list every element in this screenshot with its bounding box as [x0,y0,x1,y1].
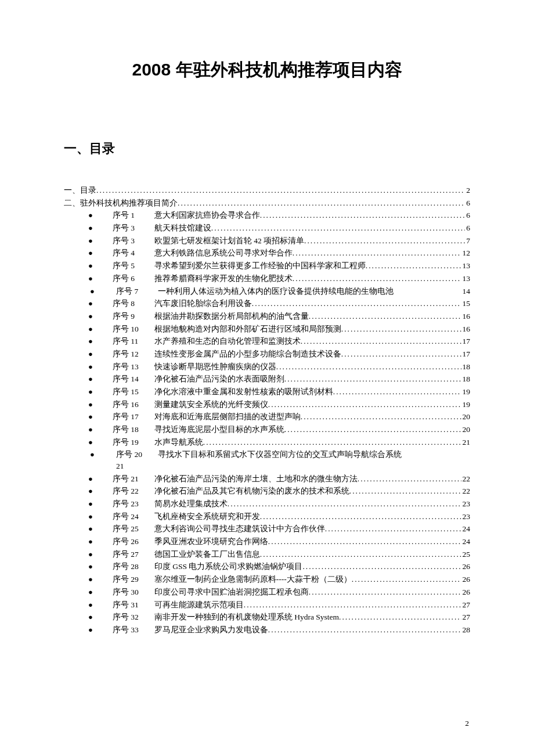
toc-entry: ●序号 24飞机座椅安全系统研究和开发23 [64,513,470,521]
toc-entry: ●序号 19水声导航系统21 [64,438,470,447]
toc-entry-label: 序号 7 [116,287,158,296]
toc-entry-label: 序号 19 [113,438,154,447]
bullet-icon: ● [88,224,93,232]
toc-entry-desc: 净化被石油产品污染的海岸土壤、土地和水的微生物方法 [154,475,358,483]
toc-entry-page: 20 [461,413,471,421]
toc-entry-label: 序号 26 [113,538,154,546]
toc-entry: ●序号 26季风亚洲农业环境研究合作网络24 [64,538,470,546]
toc-entry: ●序号 10根据地貌构造对内部和外部矿石进行区域和局部预测16 [64,325,470,333]
toc-entry-page: 17 [461,350,471,358]
toc-entry: ●序号 14净化被石油产品污染的水表面吸附剂18 [64,375,470,383]
toc-entry-label: 序号 25 [113,525,154,533]
toc-entry-desc: 罗马尼亚企业求购风力发电设备 [154,626,268,634]
toc-entry-page: 12 [461,249,471,257]
toc-entry-desc: 航天科技馆建设 [154,224,211,232]
toc-entry-desc: 欧盟第七研发框架计划首轮 42 项招标清单 [154,237,304,245]
toc-entry-desc: 简易水处理集成技术 [154,500,228,508]
toc-entry: ●序号 13快速诊断早期恶性肿瘤疾病的仪器18 [64,363,470,371]
toc-entry: ●序号 20寻找水下目标和系留式水下仪器空间方位的交互式声响导航综合系统 [64,451,470,459]
toc-entry-label: 序号 30 [113,588,154,596]
toc-entry-label: 序号 18 [113,426,154,434]
toc-entry: ●序号 4意大利铁路信息系统公司寻求对华合作12 [64,249,470,257]
toc-entry-page: 24 [461,525,471,533]
toc-leader-dots [260,550,461,559]
toc-entry-page: 18 [461,375,471,383]
toc-entry: ●序号 25意大利咨询公司寻找生态建筑设计中方合作伙伴24 [64,525,470,533]
toc-entry-page: 25 [461,550,471,559]
bullet-icon: ● [88,287,96,295]
toc-entry-page: 16 [461,312,471,321]
toc-entry-desc: 南非开发一种独到的有机废物处理系统 Hydra System [154,613,339,621]
toc-entry-label: 序号 17 [113,413,154,421]
toc-entry-desc: 净化被石油产品污染的水表面吸附剂 [154,375,284,383]
toc-leader-dots [268,626,461,634]
toc-entry: ●序号 32南非开发一种独到的有机废物处理系统 Hydra System27 [64,613,470,621]
toc-entry-desc: 根据油井勘探数据分析局部机构的油气含量 [154,312,309,321]
toc-entry-label: 序号 8 [113,300,154,308]
toc-entry: ●序号 3欧盟第七研发框架计划首轮 42 项招标清单7 [64,237,470,245]
bullet-icon: ● [88,375,93,383]
toc-entry-continuation: 21 [116,462,470,470]
toc-entry-desc: 汽车废旧轮胎综合利用设备 [154,300,252,308]
toc-entry-label: 序号 6 [113,275,154,283]
toc-leader-dots [293,249,461,257]
bullet-icon: ● [88,262,93,269]
toc-entry-desc: 可再生能源建筑示范项目 [154,601,244,609]
toc-entry-label: 序号 12 [113,350,154,358]
toc-entry-desc: 德国工业炉装备工厂出售信息 [154,550,260,559]
bullet-icon: ● [88,613,93,621]
toc-entry-label: 序号 13 [113,363,154,371]
toc-entry-desc: 寻找水下目标和系留式水下仪器空间方位的交互式声响导航综合系统 [158,451,402,459]
toc-entry-page: 27 [461,601,471,609]
toc-entry-desc: 印度公司寻求中国贮油岩洞挖掘工程承包商 [154,588,309,596]
toc-entry-page: 19 [461,401,471,409]
bullet-icon: ● [88,300,93,307]
toc-entry-label: 序号 22 [113,487,154,495]
toc-entry-label: 序号 33 [113,626,154,634]
toc-leader-dots [293,275,461,283]
toc-entry-label: 序号 9 [113,312,154,321]
table-of-contents: 一、目录2二、驻外科技机构推荐项目简介6●序号 1意大利国家抗癌协会寻求合作6●… [64,186,470,633]
toc-entry-page: 26 [461,563,471,571]
toc-entry: ●序号 3航天科技馆建设6 [64,224,470,232]
bullet-icon: ● [88,588,93,596]
bullet-icon: ● [88,513,93,520]
toc-entry-desc: 意大利咨询公司寻找生态建筑设计中方合作伙伴 [154,525,325,533]
toc-leader-dots [301,337,461,345]
bullet-icon: ● [88,312,93,320]
toc-leader-dots [325,525,461,533]
toc-leader-dots [268,538,461,546]
bullet-icon: ● [88,601,93,609]
toc-entry: ●序号 6推荐希腊裔科学家开发的生物化肥技术13 [64,275,470,283]
toc-entry-page: 2 [465,186,470,195]
toc-entry-label: 序号 15 [113,388,154,396]
toc-leader-dots [349,487,461,495]
toc-entry-desc: 意大利国家抗癌协会寻求合作 [154,211,260,219]
toc-entry: ●序号 16测量建筑安全系统的光纤变频仪19 [64,401,470,409]
bullet-icon: ● [88,350,93,358]
toc-leader-dots [301,413,461,421]
toc-entry-page: 13 [461,275,471,283]
toc-leader-dots [309,588,461,596]
bullet-icon: ● [88,337,93,345]
bullet-icon: ● [88,401,93,408]
toc-entry-label: 序号 32 [113,613,154,621]
toc-entry-label: 序号 27 [113,550,154,559]
toc-leader-dots [211,224,465,232]
bullet-icon: ● [88,363,93,370]
toc-entry-desc: 快速诊断早期恶性肿瘤疾病的仪器 [154,363,276,371]
toc-top-entry: 一、目录2 [64,186,470,195]
toc-entry-page: 7 [465,237,470,245]
toc-entry-label: 序号 16 [113,401,154,409]
toc-entry: ●序号 8汽车废旧轮胎综合利用设备15 [64,300,470,308]
bullet-icon: ● [88,525,93,532]
toc-entry: ●序号 18寻找近海底泥层小型目标的水声系统20 [64,426,470,434]
toc-entry-page: 17 [461,337,471,345]
toc-entry: ●序号 12连续性变形金属产品的小型多功能综合制造技术设备17 [64,350,470,358]
toc-entry-page: 19 [461,388,471,396]
toc-entry: ●序号 33罗马尼亚企业求购风力发电设备28 [64,626,470,634]
toc-leader-dots [302,563,461,571]
toc-entry-desc: 印度 GSS 电力系统公司求购燃油锅炉项目 [154,563,303,571]
toc-entry-page: 15 [461,300,471,308]
toc-entry-label: 序号 31 [113,601,154,609]
